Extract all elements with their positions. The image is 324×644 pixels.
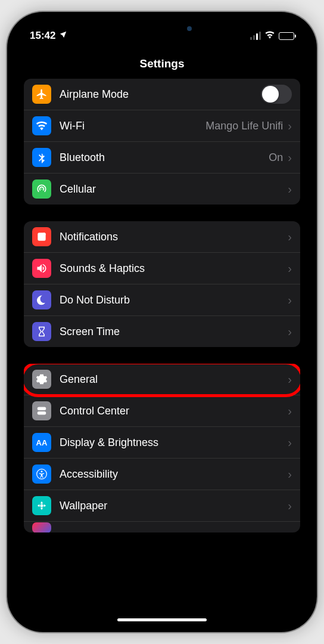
row-cellular[interactable]: Cellular › [24, 174, 300, 205]
row-dnd[interactable]: Do Not Disturb › [24, 284, 300, 316]
row-label: Control Center [60, 405, 288, 417]
row-screentime[interactable]: Screen Time › [24, 316, 300, 347]
chevron-right-icon: › [288, 499, 292, 513]
svg-point-8 [40, 504, 43, 507]
row-label: Notifications [60, 231, 288, 243]
status-left: 15:42 [30, 30, 67, 42]
row-label: Accessibility [60, 468, 288, 481]
notifications-icon [32, 227, 51, 246]
chevron-right-icon: › [288, 151, 292, 165]
row-wallpaper[interactable]: Wallpaper › [24, 490, 300, 522]
settings-content[interactable]: Airplane Mode Wi-Fi Mango Life Unifi › B… [13, 79, 311, 621]
row-label: Do Not Disturb [60, 294, 288, 306]
phone-frame: 15:42 Settings [7, 12, 317, 632]
row-label: Sounds & Haptics [60, 262, 288, 275]
sounds-icon [32, 259, 51, 278]
svg-point-1 [43, 233, 46, 236]
row-bluetooth[interactable]: Bluetooth On › [24, 142, 300, 174]
row-value: On [269, 151, 283, 164]
row-wifi[interactable]: Wi-Fi Mango Life Unifi › [24, 110, 300, 142]
row-label: Display & Brightness [60, 436, 288, 449]
cellular-signal-icon [250, 32, 261, 40]
notch [96, 18, 228, 39]
row-accessibility[interactable]: Accessibility › [24, 459, 300, 490]
chevron-right-icon: › [288, 293, 292, 307]
wallpaper-icon [32, 496, 51, 515]
wifi-status-icon [264, 30, 275, 42]
row-label: Wi-Fi [60, 120, 205, 132]
status-right [250, 30, 294, 42]
row-airplane-mode[interactable]: Airplane Mode [24, 79, 300, 110]
display-icon: AA [32, 433, 51, 452]
status-time: 15:42 [30, 30, 55, 42]
airplane-toggle[interactable] [261, 85, 292, 104]
chevron-right-icon: › [288, 436, 292, 450]
settings-group-connectivity: Airplane Mode Wi-Fi Mango Life Unifi › B… [24, 79, 300, 205]
settings-group-alerts: Notifications › Sounds & Haptics › Do No… [24, 221, 300, 347]
row-siri[interactable] [24, 522, 300, 532]
row-display[interactable]: AA Display & Brightness › [24, 427, 300, 459]
svg-point-5 [43, 412, 45, 414]
row-notifications[interactable]: Notifications › [24, 221, 300, 253]
gear-icon [32, 370, 51, 389]
screen: 15:42 Settings [13, 18, 311, 626]
chevron-right-icon: › [288, 373, 292, 386]
row-label: General [60, 373, 288, 386]
row-label: Screen Time [60, 326, 288, 338]
page-title: Settings [13, 47, 311, 79]
row-sounds[interactable]: Sounds & Haptics › [24, 253, 300, 284]
svg-point-3 [39, 408, 40, 410]
row-label: Wallpaper [60, 500, 288, 512]
siri-icon [32, 522, 51, 532]
row-value: Mango Life Unifi [205, 120, 283, 132]
row-label: Bluetooth [60, 151, 269, 164]
chevron-right-icon: › [288, 262, 292, 275]
battery-icon [279, 32, 294, 40]
home-indicator[interactable] [117, 618, 207, 621]
row-label: Cellular [60, 183, 288, 196]
chevron-right-icon: › [288, 182, 292, 196]
hourglass-icon [32, 322, 51, 341]
moon-icon [32, 290, 51, 309]
chevron-right-icon: › [288, 230, 292, 244]
chevron-right-icon: › [288, 467, 292, 481]
accessibility-icon [32, 465, 51, 484]
airplane-icon [32, 85, 51, 104]
location-icon [59, 30, 67, 42]
chevron-right-icon: › [288, 404, 292, 418]
svg-point-7 [41, 470, 43, 472]
row-label: Airplane Mode [60, 88, 261, 101]
cellular-icon [32, 179, 51, 199]
chevron-right-icon: › [288, 119, 292, 133]
switches-icon [32, 401, 51, 420]
wifi-icon [32, 116, 51, 135]
settings-group-system: General › Control Center › AA Display & … [24, 364, 300, 532]
bluetooth-icon [32, 148, 51, 167]
row-controlcenter[interactable]: Control Center › [24, 395, 300, 427]
chevron-right-icon: › [288, 325, 292, 339]
row-general[interactable]: General › [24, 364, 300, 395]
